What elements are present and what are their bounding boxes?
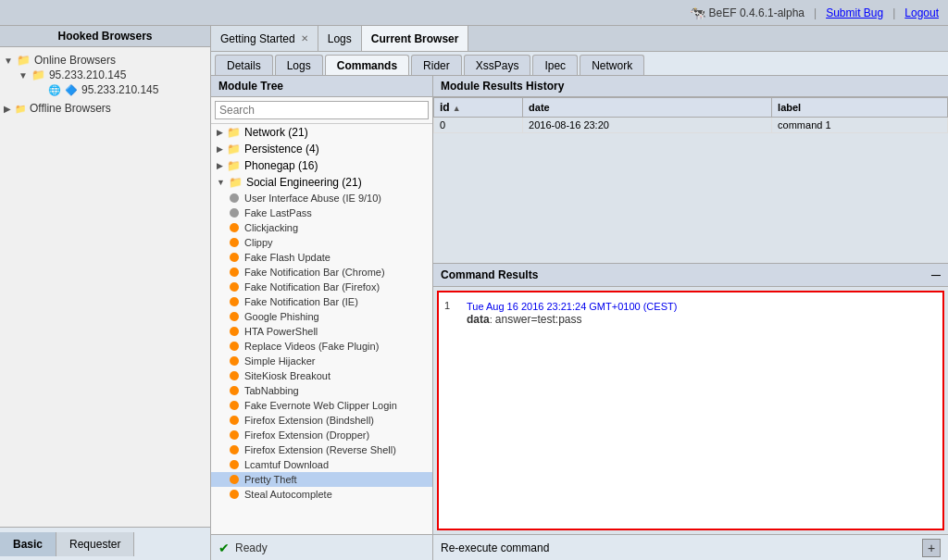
- table-row[interactable]: 02016-08-16 23:20command 1: [434, 118, 948, 133]
- module-item-tabnabbing[interactable]: TabNabbing: [211, 383, 432, 398]
- submit-bug-link[interactable]: Submit Bug: [826, 6, 883, 19]
- cell-label: command 1: [772, 118, 948, 133]
- module-item-fake-lastpass[interactable]: Fake LastPass: [211, 205, 432, 220]
- cmd-data-1: data: answer=test:pass: [467, 313, 677, 326]
- module-item-sitekiosk[interactable]: SiteKiosk Breakout: [211, 368, 432, 383]
- col-date[interactable]: date: [523, 98, 772, 118]
- tab-logs[interactable]: Logs: [318, 26, 362, 51]
- sub-tab-xsspays[interactable]: XssPays: [464, 55, 531, 75]
- sub-tab-network[interactable]: Network: [580, 55, 644, 75]
- module-dot-firefox-reverse: [230, 445, 239, 454]
- module-panel-header: Module Tree: [211, 76, 432, 97]
- browser-sub-row[interactable]: 🌐 🔷 95.233.210.145: [48, 82, 206, 97]
- module-item-fake-notif-chrome[interactable]: Fake Notification Bar (Chrome): [211, 265, 432, 280]
- tab-logs-label: Logs: [328, 32, 352, 45]
- sub-tab-ipec[interactable]: Ipec: [532, 55, 578, 75]
- module-label-sitekiosk: SiteKiosk Breakout: [244, 370, 331, 381]
- content-area: Module Tree ▶ 📁 Network (21) ▶ 📁: [211, 76, 948, 560]
- module-item-fake-notif-firefox[interactable]: Fake Notification Bar (Firefox): [211, 280, 432, 294]
- logout-link[interactable]: Logout: [904, 6, 939, 19]
- tab-current-browser-label: Current Browser: [371, 32, 459, 45]
- module-item-fake-evernote[interactable]: Fake Evernote Web Clipper Login: [211, 398, 432, 413]
- sidebar-tab-basic[interactable]: Basic: [0, 532, 56, 556]
- module-item-lcamtuf[interactable]: Lcamtuf Download: [211, 457, 432, 472]
- search-input[interactable]: [215, 101, 429, 119]
- cat-social-label: Social Engineering (21): [246, 176, 362, 189]
- re-execute-button[interactable]: +: [922, 539, 941, 557]
- module-label-ui-abuse: User Interface Abuse (IE 9/10): [244, 193, 381, 204]
- module-item-simple-hijacker[interactable]: Simple Hijacker: [211, 354, 432, 368]
- ready-text: Ready: [235, 541, 268, 554]
- module-dot-clickjacking: [230, 223, 239, 232]
- module-item-steal-autocomplete[interactable]: Steal Autocomplete: [211, 487, 432, 502]
- module-label-fake-flash: Fake Flash Update: [244, 252, 331, 263]
- module-item-fake-flash[interactable]: Fake Flash Update: [211, 250, 432, 265]
- module-dot-replace-videos: [230, 342, 239, 351]
- cat-persistence[interactable]: ▶ 📁 Persistence (4): [211, 141, 432, 157]
- module-search: [211, 97, 432, 124]
- module-label-firefox-dropper: Firefox Extension (Dropper): [244, 429, 369, 441]
- cmd-date-1: Tue Aug 16 2016 23:21:24 GMT+0100 (CEST): [467, 301, 677, 312]
- sub-tab-commands[interactable]: Commands: [325, 55, 409, 75]
- cat-network-arrow: ▶: [217, 128, 223, 137]
- cell-id: 0: [434, 118, 523, 133]
- module-dot-lcamtuf: [230, 460, 239, 469]
- offline-browsers-item[interactable]: ▶ 📁 Offline Browsers: [4, 101, 206, 116]
- module-label-google-phishing: Google Phishing: [244, 311, 319, 322]
- module-dot-fake-notif-chrome: [230, 268, 239, 277]
- tab-getting-started[interactable]: Getting Started ✕: [211, 26, 318, 51]
- online-browsers-item[interactable]: ▼ 📁 Online Browsers: [4, 53, 206, 68]
- module-item-fake-notif-ie[interactable]: Fake Notification Bar (IE): [211, 294, 432, 309]
- col-label[interactable]: label: [772, 98, 948, 118]
- module-item-firefox-bindshell[interactable]: Firefox Extension (Bindshell): [211, 413, 432, 428]
- module-label-fake-lastpass: Fake LastPass: [244, 207, 312, 218]
- social-engineering-items: User Interface Abuse (IE 9/10)Fake LastP…: [211, 191, 432, 502]
- tab-current-browser[interactable]: Current Browser: [362, 26, 469, 51]
- sub-tab-rider[interactable]: Rider: [411, 55, 462, 75]
- module-label-lcamtuf: Lcamtuf Download: [244, 459, 329, 470]
- results-tbody: 02016-08-16 23:20command 1: [434, 118, 948, 133]
- browser-icon: 🌐: [48, 84, 61, 96]
- module-item-pretty-theft[interactable]: Pretty Theft: [211, 472, 432, 487]
- browser-sub-item: 🌐 🔷 95.233.210.145: [19, 82, 206, 97]
- folder-online-icon: 📁: [17, 54, 31, 67]
- cat-persistence-label: Persistence (4): [244, 143, 319, 156]
- cat-social-engineering[interactable]: ▼ 📁 Social Engineering (21): [211, 174, 432, 191]
- sub-tab-logs[interactable]: Logs: [275, 55, 323, 75]
- module-item-clippy[interactable]: Clippy: [211, 235, 432, 250]
- module-dot-ui-abuse: [230, 193, 239, 203]
- arrow-down-icon: ▼: [4, 56, 13, 66]
- tab-getting-started-close[interactable]: ✕: [301, 33, 308, 44]
- browser-ip-row[interactable]: ▼ 📁 95.233.210.145: [19, 68, 206, 82]
- cat-network[interactable]: ▶ 📁 Network (21): [211, 124, 432, 141]
- collapse-icon[interactable]: ─: [931, 268, 941, 282]
- module-item-clickjacking[interactable]: Clickjacking: [211, 220, 432, 235]
- sidebar-tab-requester[interactable]: Requester: [56, 532, 134, 556]
- cmd-num-1: 1: [444, 300, 459, 326]
- browser-sub-label: 95.233.210.145: [81, 83, 158, 96]
- arrow-down-icon2: ▼: [19, 70, 28, 81]
- cat-persistence-arrow: ▶: [217, 144, 223, 154]
- cmd-entry-1: 1 Tue Aug 16 2016 23:21:24 GMT+0100 (CES…: [444, 298, 937, 328]
- module-item-hta-powershell[interactable]: HTA PowerShell: [211, 324, 432, 339]
- module-item-ui-abuse[interactable]: User Interface Abuse (IE 9/10): [211, 191, 432, 205]
- module-item-replace-videos[interactable]: Replace Videos (Fake Plugin): [211, 339, 432, 354]
- cmd-data-value: answer=test:pass: [495, 313, 582, 326]
- re-execute-bar: Re-execute command +: [433, 534, 948, 560]
- tree-root-offline: ▶ 📁 Offline Browsers: [4, 99, 206, 118]
- cat-persistence-folder: 📁: [227, 143, 241, 156]
- module-dot-simple-hijacker: [230, 356, 239, 366]
- ready-icon: ✔: [218, 541, 230, 555]
- offline-browsers-label: Offline Browsers: [30, 102, 111, 115]
- module-label-clickjacking: Clickjacking: [244, 222, 298, 233]
- module-dot-fake-notif-firefox: [230, 282, 239, 292]
- module-panel: Module Tree ▶ 📁 Network (21) ▶ 📁: [211, 76, 433, 560]
- sub-tab-details[interactable]: Details: [215, 55, 273, 75]
- module-item-firefox-reverse[interactable]: Firefox Extension (Reverse Shell): [211, 442, 432, 457]
- version-text: BeEF 0.4.6.1-alpha: [709, 6, 805, 19]
- module-item-firefox-dropper[interactable]: Firefox Extension (Dropper): [211, 428, 432, 442]
- col-id[interactable]: id ▲: [434, 98, 523, 118]
- cat-phonegap[interactable]: ▶ 📁 Phonegap (16): [211, 157, 432, 174]
- module-bottom: ✔ Ready: [211, 534, 432, 560]
- module-item-google-phishing[interactable]: Google Phishing: [211, 309, 432, 324]
